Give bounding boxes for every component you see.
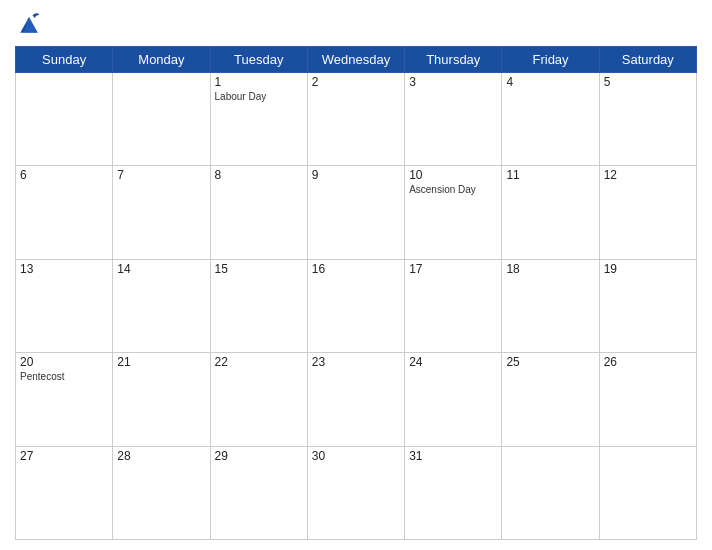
calendar-page: Sunday Monday Tuesday Wednesday Thursday… [0, 0, 712, 550]
day-number: 12 [604, 168, 692, 182]
day-number: 26 [604, 355, 692, 369]
calendar-cell: 26 [599, 353, 696, 446]
calendar-cell [599, 446, 696, 539]
day-number: 4 [506, 75, 594, 89]
calendar-cell: 5 [599, 73, 696, 166]
calendar-cell: 4 [502, 73, 599, 166]
day-number: 16 [312, 262, 400, 276]
header-friday: Friday [502, 47, 599, 73]
header-saturday: Saturday [599, 47, 696, 73]
day-number: 31 [409, 449, 497, 463]
calendar-table: Sunday Monday Tuesday Wednesday Thursday… [15, 46, 697, 540]
calendar-cell: 24 [405, 353, 502, 446]
calendar-week-row: 13141516171819 [16, 259, 697, 352]
day-number: 10 [409, 168, 497, 182]
calendar-cell: 16 [307, 259, 404, 352]
calendar-week-row: 2728293031 [16, 446, 697, 539]
calendar-cell: 17 [405, 259, 502, 352]
calendar-cell: 3 [405, 73, 502, 166]
calendar-cell: 30 [307, 446, 404, 539]
calendar-cell: 27 [16, 446, 113, 539]
day-number: 11 [506, 168, 594, 182]
calendar-week-row: 678910Ascension Day1112 [16, 166, 697, 259]
day-number: 1 [215, 75, 303, 89]
header-wednesday: Wednesday [307, 47, 404, 73]
calendar-cell: 7 [113, 166, 210, 259]
calendar-cell: 10Ascension Day [405, 166, 502, 259]
day-number: 3 [409, 75, 497, 89]
day-number: 29 [215, 449, 303, 463]
calendar-cell: 6 [16, 166, 113, 259]
day-number: 30 [312, 449, 400, 463]
calendar-cell: 28 [113, 446, 210, 539]
calendar-cell: 12 [599, 166, 696, 259]
logo-icon [15, 10, 43, 38]
holiday-label: Labour Day [215, 91, 303, 102]
calendar-cell: 15 [210, 259, 307, 352]
day-number: 19 [604, 262, 692, 276]
day-number: 25 [506, 355, 594, 369]
day-number: 6 [20, 168, 108, 182]
calendar-cell: 20Pentecost [16, 353, 113, 446]
day-number: 14 [117, 262, 205, 276]
day-number: 20 [20, 355, 108, 369]
day-number: 18 [506, 262, 594, 276]
calendar-cell: 2 [307, 73, 404, 166]
day-number: 15 [215, 262, 303, 276]
holiday-label: Pentecost [20, 371, 108, 382]
day-number: 13 [20, 262, 108, 276]
header-monday: Monday [113, 47, 210, 73]
calendar-cell: 19 [599, 259, 696, 352]
day-number: 7 [117, 168, 205, 182]
day-number: 21 [117, 355, 205, 369]
calendar-cell: 8 [210, 166, 307, 259]
day-number: 5 [604, 75, 692, 89]
calendar-cell: 9 [307, 166, 404, 259]
calendar-cell [113, 73, 210, 166]
header [15, 10, 697, 38]
weekday-header-row: Sunday Monday Tuesday Wednesday Thursday… [16, 47, 697, 73]
day-number: 24 [409, 355, 497, 369]
calendar-cell: 31 [405, 446, 502, 539]
calendar-cell: 23 [307, 353, 404, 446]
calendar-cell: 1Labour Day [210, 73, 307, 166]
day-number: 2 [312, 75, 400, 89]
calendar-cell: 21 [113, 353, 210, 446]
holiday-label: Ascension Day [409, 184, 497, 195]
calendar-cell: 22 [210, 353, 307, 446]
day-number: 28 [117, 449, 205, 463]
calendar-cell: 25 [502, 353, 599, 446]
calendar-cell [16, 73, 113, 166]
calendar-cell: 13 [16, 259, 113, 352]
day-number: 17 [409, 262, 497, 276]
day-number: 23 [312, 355, 400, 369]
logo [15, 10, 47, 38]
calendar-cell: 29 [210, 446, 307, 539]
calendar-cell: 18 [502, 259, 599, 352]
day-number: 27 [20, 449, 108, 463]
calendar-cell [502, 446, 599, 539]
day-number: 8 [215, 168, 303, 182]
calendar-week-row: 20Pentecost212223242526 [16, 353, 697, 446]
calendar-cell: 11 [502, 166, 599, 259]
day-number: 9 [312, 168, 400, 182]
day-number: 22 [215, 355, 303, 369]
header-tuesday: Tuesday [210, 47, 307, 73]
header-thursday: Thursday [405, 47, 502, 73]
calendar-week-row: 1Labour Day2345 [16, 73, 697, 166]
header-sunday: Sunday [16, 47, 113, 73]
calendar-cell: 14 [113, 259, 210, 352]
